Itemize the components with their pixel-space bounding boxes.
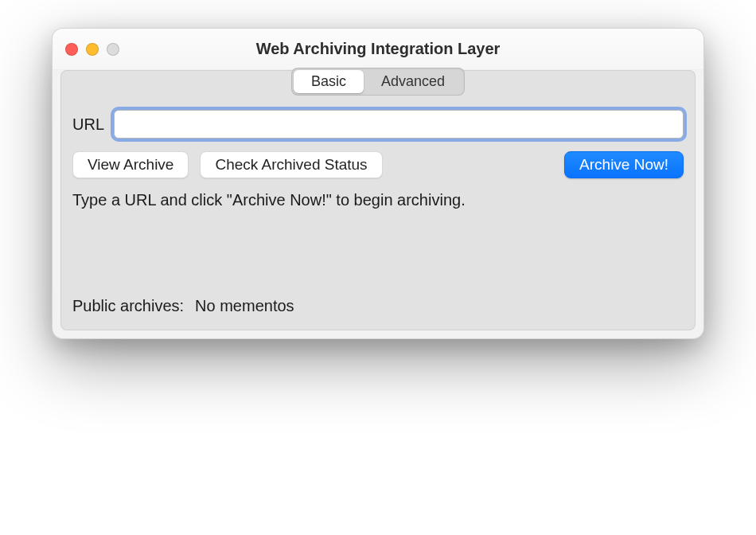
public-archives-row: Public archives: No mementos — [72, 297, 684, 315]
url-row: URL — [72, 110, 684, 139]
url-label: URL — [72, 115, 104, 134]
app-window: Web Archiving Integration Layer Basic Ad… — [52, 28, 704, 339]
main-panel: Basic Advanced URL View Archive Check Ar… — [60, 70, 696, 330]
public-archives-label: Public archives: — [72, 297, 184, 315]
instruction-text: Type a URL and click "Archive Now!" to b… — [72, 191, 684, 209]
check-archived-status-button[interactable]: Check Archived Status — [200, 151, 382, 178]
window-title: Web Archiving Integration Layer — [53, 40, 703, 58]
content-area: Basic Advanced URL View Archive Check Ar… — [53, 70, 703, 338]
public-archives-value: No mementos — [195, 297, 294, 315]
tab-bar: Basic Advanced — [72, 68, 684, 96]
view-archive-button[interactable]: View Archive — [72, 151, 189, 178]
minimize-icon[interactable] — [86, 43, 99, 56]
tab-advanced[interactable]: Advanced — [364, 70, 462, 93]
button-row: View Archive Check Archived Status Archi… — [72, 151, 684, 178]
titlebar: Web Archiving Integration Layer — [53, 29, 703, 70]
traffic-lights — [65, 43, 119, 56]
maximize-icon — [107, 43, 119, 56]
tab-basic[interactable]: Basic — [294, 70, 364, 93]
segmented-control: Basic Advanced — [291, 68, 465, 96]
archive-now-button[interactable]: Archive Now! — [564, 151, 684, 178]
url-input[interactable] — [114, 110, 684, 139]
close-icon[interactable] — [65, 43, 78, 56]
